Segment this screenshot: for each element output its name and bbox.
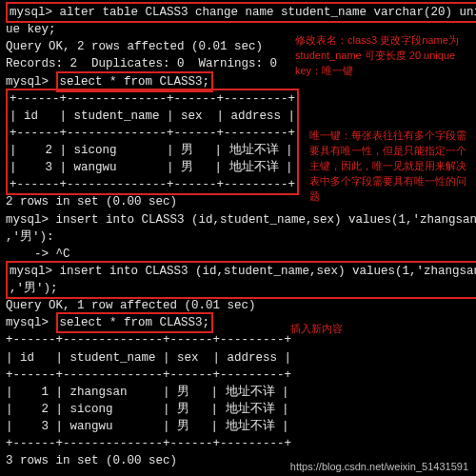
table1-head: | id | student_name | sex | address | (10, 108, 295, 125)
table2-row3: | 3 | wangwu | 男 | 地址不详 | (6, 418, 470, 435)
table1-sep2: +------+--------------+------+---------+ (10, 125, 295, 142)
cmd-alter-line1: mysql> alter table CLASS3 change name st… (6, 4, 470, 21)
highlight-box-insert: mysql> insert into CLASS3 (id,student_na… (6, 261, 476, 299)
table2-sep2: +------+--------------+------+---------+ (6, 367, 470, 384)
table2-head: | id | student_name | sex | address | (6, 349, 470, 367)
highlight-box-select2: select * from CLASS3; (56, 312, 214, 333)
cmd-insert-ok1: mysql> insert into CLASS3 (id,student_na… (10, 263, 476, 280)
table2-row2: | 2 | sicong | 男 | 地址不详 | (6, 401, 470, 418)
cmd-insert-fail2: ,'男'): (6, 228, 470, 246)
annotation-3: 插入新内容 (290, 322, 343, 337)
cmd-insert-ok2: ,'男'); (10, 280, 476, 297)
watermark-url: https://blog.csdn.net/weixin_51431591 (290, 461, 468, 472)
cmd-select-2: mysql> select * from CLASS3; (6, 314, 470, 331)
table2-sep: +------+--------------+------+---------+ (6, 331, 470, 348)
table2-sep3: +------+--------------+------+---------+ (6, 435, 470, 452)
annotation-2: 唯一键：每张表往往有多个字段需要具有唯一性，但是只能指定一个主键，因此，唯一见就… (309, 129, 476, 205)
table1-row2: | 3 | wangwu | 男 | 地址不详 | (10, 159, 295, 176)
highlight-box-table1: +------+--------------+------+---------+… (6, 89, 299, 196)
annotation-1: 修改表名：class3 更改字段name为 student_name 可变长度 … (295, 33, 462, 79)
cmd-insert-fail1: mysql> insert into CLASS3 (id,student_na… (6, 211, 470, 228)
highlight-box-select1: select * from CLASS3; (56, 71, 214, 92)
table1-sep: +------+--------------+------+---------+ (10, 90, 295, 108)
table1-row1: | 2 | sicong | 男 | 地址不详 | (10, 142, 295, 159)
table1-sep3: +------+--------------+------+---------+ (10, 176, 295, 193)
highlight-box-alter: mysql> alter table CLASS3 change name st… (6, 2, 476, 23)
table2-row1: | 1 | zhangsan | 男 | 地址不详 | (6, 384, 470, 401)
